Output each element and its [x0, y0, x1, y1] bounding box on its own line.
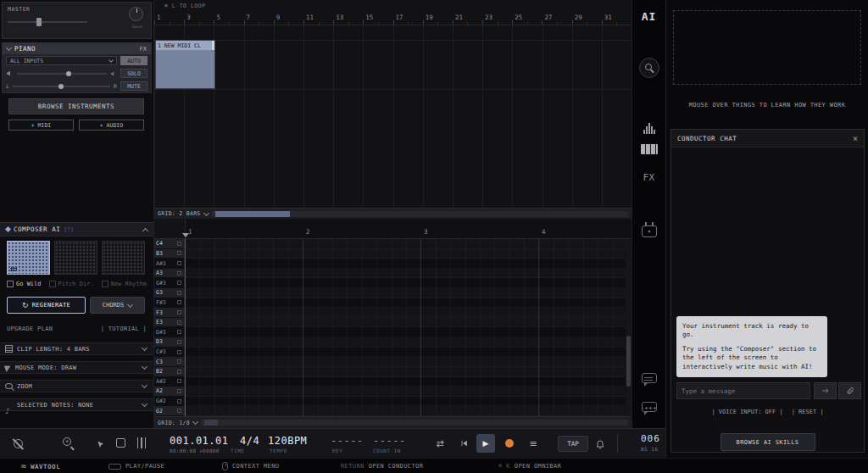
- chat-input[interactable]: [676, 382, 810, 399]
- audio-levels-icon[interactable]: [632, 122, 665, 134]
- piano-key-g2[interactable]: G2: [154, 406, 185, 416]
- close-icon[interactable]: ×: [853, 134, 858, 143]
- piano-roll-lane[interactable]: [185, 377, 626, 387]
- pattern-thumbnail[interactable]: [54, 241, 97, 275]
- track-fx-button[interactable]: FX: [140, 46, 147, 53]
- timeline-bar-3[interactable]: 3: [184, 14, 214, 25]
- timeline-bar-1[interactable]: 1: [154, 14, 184, 25]
- track-header[interactable]: PIANO FX: [3, 43, 151, 54]
- piano-key-gs3[interactable]: G#3: [154, 278, 185, 288]
- timeline-bar-15[interactable]: 15: [363, 14, 392, 25]
- cursor-tool-icon[interactable]: [96, 437, 105, 454]
- slider-thumb[interactable]: [58, 84, 64, 89]
- piano-roll-lane[interactable]: [185, 406, 626, 416]
- tap-tempo-button[interactable]: TAP: [558, 436, 588, 452]
- timeline-ruler[interactable]: 135791113151719212325272931: [154, 14, 632, 25]
- skip-to-start-button[interactable]: [454, 434, 473, 453]
- play-button[interactable]: ▶: [476, 434, 495, 453]
- piano-key-d3[interactable]: D3: [154, 337, 185, 348]
- browse-instruments-button[interactable]: BROWSE INSTRUMENTS: [8, 98, 144, 114]
- timeline-bar-25[interactable]: 25: [512, 14, 542, 25]
- ai-assistant-button[interactable]: AI: [632, 10, 665, 23]
- pattern-thumbnail[interactable]: [102, 241, 145, 275]
- composer-help-badge[interactable]: [?]: [64, 226, 74, 233]
- metronome-button[interactable]: [595, 437, 605, 453]
- piano-roll-lane[interactable]: [185, 327, 626, 337]
- key-marker-box[interactable]: [177, 310, 181, 314]
- timeline-lanes[interactable]: [154, 25, 632, 208]
- search-button[interactable]: [632, 58, 665, 78]
- piano-roll-lane[interactable]: [185, 318, 626, 328]
- key-marker-box[interactable]: [177, 370, 181, 374]
- regenerate-button[interactable]: ↻ REGENERATE: [7, 297, 86, 314]
- timeline-bar-9[interactable]: 9: [274, 14, 303, 25]
- piano-key-c4[interactable]: C4: [154, 239, 185, 249]
- attach-button[interactable]: [838, 382, 861, 399]
- composer-option-new-rhythm[interactable]: New Rhythm: [102, 281, 147, 287]
- pattern-thumbnail-selected[interactable]: [7, 241, 50, 275]
- timeline-bar-7[interactable]: 7: [244, 14, 274, 25]
- bpm-value[interactable]: 120BPM: [268, 435, 307, 447]
- piano-key-ds3[interactable]: D#3: [154, 327, 185, 337]
- volume-slider[interactable]: [17, 70, 107, 78]
- timeline-bar-29[interactable]: 29: [572, 14, 602, 25]
- key-marker-box[interactable]: [177, 340, 181, 344]
- timeline-bar-31[interactable]: 31: [602, 14, 632, 25]
- piano-roll-lane[interactable]: [185, 278, 626, 288]
- midi-clip[interactable]: 1 NEW MIDI CL: [155, 40, 215, 89]
- piano-roll-lane[interactable]: [185, 249, 626, 259]
- scrollbar-thumb[interactable]: [626, 336, 631, 387]
- transport-menu-button[interactable]: ≡: [524, 434, 542, 453]
- grid-size-dropdown[interactable]: GRID: 2 BARS: [158, 210, 209, 217]
- piano-key-b3[interactable]: B3: [154, 249, 185, 259]
- timeline-bar-21[interactable]: 21: [453, 14, 482, 25]
- piano-key-as2[interactable]: A#2: [154, 377, 185, 387]
- key-marker-box[interactable]: [177, 251, 181, 255]
- timeline-bar-17[interactable]: 17: [393, 14, 423, 25]
- timeline-bar-13[interactable]: 13: [333, 14, 363, 25]
- voice-input-toggle[interactable]: | VOICE INPUT: OFF |: [711, 409, 782, 415]
- time-signature[interactable]: 4/4: [240, 435, 259, 447]
- key-marker-box[interactable]: [177, 320, 181, 325]
- midi-clip-header[interactable]: 1 NEW MIDI CL: [156, 41, 214, 50]
- reset-button[interactable]: | RESET |: [792, 409, 824, 415]
- piano-roll-lane[interactable]: [185, 298, 626, 309]
- loop-button[interactable]: ⇄: [431, 434, 449, 453]
- timeline-bar-19[interactable]: 19: [423, 14, 453, 25]
- piano-key-gs2[interactable]: G#2: [154, 397, 185, 407]
- upgrade-plan-button[interactable]: UPGRADE PLAN: [7, 326, 53, 332]
- key-marker-box[interactable]: [177, 300, 181, 304]
- send-button[interactable]: [814, 382, 837, 399]
- slider-thumb[interactable]: [66, 71, 71, 76]
- chat-button[interactable]: [632, 402, 665, 412]
- composer-header[interactable]: COMPOSER AI [?]: [0, 222, 153, 236]
- piano-key-e3[interactable]: E3: [154, 318, 185, 328]
- key-marker-box[interactable]: [177, 359, 181, 364]
- piano-key-f3[interactable]: F3: [154, 308, 185, 318]
- arrangement-timeline[interactable]: ⌘ L TO LOOP 135791113151719212325272931 …: [154, 0, 632, 208]
- piano-roll-hscrollbar[interactable]: [201, 420, 628, 426]
- piano-key-b2[interactable]: B2: [154, 367, 185, 377]
- piano-roll-lane[interactable]: [185, 259, 626, 269]
- piano-key-cs3[interactable]: C#3: [154, 348, 185, 358]
- key-marker-box[interactable]: [177, 379, 181, 383]
- panel-row-selected-notes[interactable]: SELECTED NOTES: NONE: [0, 398, 153, 411]
- key-marker-box[interactable]: [177, 261, 181, 265]
- piano-roll-lane[interactable]: [185, 288, 626, 298]
- key-marker-box[interactable]: [177, 291, 181, 295]
- composer-option-go-wild[interactable]: Go Wild: [7, 281, 42, 287]
- piano-roll-lane[interactable]: [185, 239, 626, 249]
- chords-dropdown[interactable]: CHORDS: [90, 297, 145, 314]
- piano-roll-lane[interactable]: [185, 387, 626, 397]
- timeline-bar-23[interactable]: 23: [482, 14, 512, 25]
- add-midi-button[interactable]: + MIDI: [8, 120, 74, 131]
- piano-roll-lane[interactable]: [185, 308, 626, 318]
- solo-button[interactable]: SOLO: [120, 69, 147, 78]
- piano-roll-lane[interactable]: [185, 357, 626, 367]
- piano-key-fs3[interactable]: F#3: [154, 298, 185, 309]
- key-marker-box[interactable]: [177, 281, 181, 285]
- key-marker-box[interactable]: [177, 330, 181, 334]
- composer-option-pitch-dir[interactable]: Pitch Dir.: [49, 281, 94, 287]
- piano-roll-vscrollbar[interactable]: [626, 239, 632, 416]
- piano-roll-lane[interactable]: [185, 269, 626, 279]
